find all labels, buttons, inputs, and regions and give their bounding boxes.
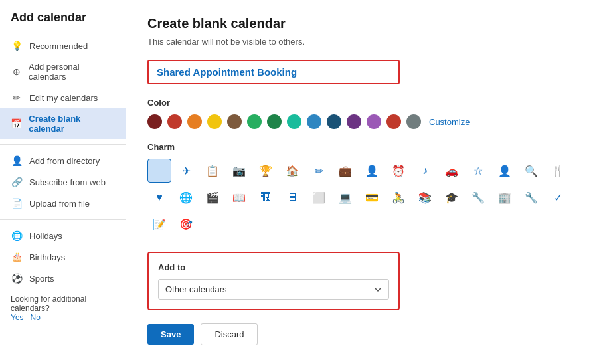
sidebar-label-recommended: Recommended (29, 41, 88, 51)
charm-graduation[interactable]: 🎓 (440, 185, 464, 209)
color-dot-orange[interactable] (187, 114, 202, 129)
charm-office[interactable]: 🏢 (493, 185, 517, 209)
charm-label: Charm (147, 142, 578, 152)
charm-film[interactable]: 🎬 (201, 185, 224, 209)
color-dot-dark-purple[interactable] (347, 114, 361, 129)
sidebar-item-recommended[interactable]: 💡 Recommended (0, 35, 126, 56)
page-title: Create blank calendar (147, 16, 578, 31)
charm-car[interactable]: 🚗 (440, 159, 464, 183)
charm-wrench[interactable]: 🔧 (466, 185, 490, 209)
charm-trophy[interactable]: 🏆 (254, 159, 278, 183)
add-to-box: Add to Other calendars My calendars (147, 252, 400, 310)
action-buttons: Save Discard (147, 323, 578, 345)
globe-icon-2: 🌐 (11, 230, 23, 241)
sidebar: Add calendar 💡 Recommended ⊕ Add persona… (0, 0, 126, 364)
sidebar-item-edit-my[interactable]: ✏ Edit my calendars (0, 87, 126, 108)
color-dot-purple[interactable] (367, 114, 381, 129)
charm-star[interactable]: ☆ (466, 159, 490, 183)
footer-text: Looking for additional calendars? (11, 294, 86, 313)
sidebar-label-add-personal: Add personal calendars (29, 62, 115, 82)
sidebar-item-add-personal[interactable]: ⊕ Add personal calendars (0, 56, 126, 87)
charm-target[interactable]: 🎯 (174, 212, 198, 236)
calendar-name-input[interactable] (147, 60, 400, 84)
lightbulb-icon: 💡 (11, 41, 23, 51)
add-to-dropdown[interactable]: Other calendars My calendars (158, 279, 389, 300)
charm-grid: ✈ 📋 📷 🏆 🏠 ✏ 💼 👤 ⏰ ♪ 🚗 ☆ 👤 🔍 🍴 ♥ 🌐 🎬 📖 🏗 … (147, 159, 578, 236)
charm-pencil[interactable]: ✏ (307, 159, 331, 183)
charm-building[interactable]: 🏗 (254, 185, 278, 209)
sidebar-label-holidays: Holidays (29, 231, 62, 241)
color-dot-gray[interactable] (406, 114, 421, 129)
sports-icon: ⚽ (11, 273, 23, 284)
sidebar-label-upload-file: Upload from file (29, 199, 90, 209)
color-dot-red[interactable] (167, 114, 182, 129)
sidebar-title: Add calendar (0, 11, 126, 35)
charm-square[interactable]: ⬜ (307, 185, 331, 209)
color-dot-blue[interactable] (307, 114, 321, 129)
customize-link[interactable]: Customize (429, 117, 470, 127)
color-dot-pink-red[interactable] (386, 114, 401, 129)
subtitle: This calendar will not be visible to oth… (147, 37, 578, 46)
discard-button[interactable]: Discard (201, 323, 258, 345)
charm-home[interactable]: 🏠 (280, 159, 304, 183)
charm-person2[interactable]: 👤 (493, 159, 517, 183)
color-dot-dark-blue[interactable] (327, 114, 341, 129)
color-dot-brown[interactable] (227, 114, 242, 129)
charm-clock[interactable]: ⏰ (386, 159, 410, 183)
charm-check[interactable]: ✓ (546, 185, 570, 209)
charm-person[interactable]: 👤 (360, 159, 384, 183)
charm-card[interactable]: 💳 (360, 185, 384, 209)
color-picker-row: Customize (147, 114, 578, 129)
charm-music[interactable]: ♪ (413, 159, 437, 183)
charm-briefcase[interactable]: 💼 (333, 159, 357, 183)
charm-notepad[interactable]: 📝 (147, 212, 171, 236)
charm-books[interactable]: 📚 (413, 185, 437, 209)
color-dot-maroon[interactable] (147, 114, 162, 129)
sidebar-label-birthdays: Birthdays (29, 252, 65, 262)
charm-laptop[interactable]: 💻 (333, 185, 357, 209)
file-icon: 📄 (11, 198, 23, 209)
add-to-label: Add to (158, 262, 389, 272)
sidebar-item-upload-file[interactable]: 📄 Upload from file (0, 193, 126, 214)
save-button[interactable]: Save (147, 324, 194, 345)
sidebar-label-sports: Sports (29, 274, 54, 284)
color-dot-yellow[interactable] (207, 114, 222, 129)
charm-fork[interactable]: 🍴 (546, 159, 570, 183)
charm-blank[interactable] (147, 159, 171, 183)
sidebar-label-add-directory: Add from directory (29, 156, 100, 166)
person-icon: 👤 (11, 155, 23, 166)
charm-monitor[interactable]: 🖥 (280, 185, 304, 209)
sidebar-label-edit-my: Edit my calendars (29, 93, 98, 103)
add-icon: ⊕ (11, 66, 22, 77)
charm-globe[interactable]: 🌐 (174, 185, 198, 209)
calendar-icon: 📅 (11, 118, 22, 129)
charm-camera[interactable]: 📷 (227, 159, 251, 183)
edit-icon: ✏ (11, 92, 23, 103)
sidebar-label-create-blank: Create blank calendar (29, 114, 115, 134)
sidebar-item-subscribe-web[interactable]: 🔗 Subscribe from web (0, 171, 126, 193)
footer-yes-link[interactable]: Yes (11, 313, 24, 322)
charm-clipboard[interactable]: 📋 (201, 159, 224, 183)
sidebar-label-subscribe-web: Subscribe from web (29, 177, 106, 187)
sidebar-item-add-directory[interactable]: 👤 Add from directory (0, 150, 126, 171)
charm-bike[interactable]: 🚴 (386, 185, 410, 209)
sidebar-item-holidays[interactable]: 🌐 Holidays (0, 225, 126, 246)
main-content: Create blank calendar This calendar will… (126, 0, 599, 364)
sidebar-item-birthdays[interactable]: 🎂 Birthdays (0, 246, 126, 268)
sidebar-divider-1 (0, 144, 126, 145)
charm-plane[interactable]: ✈ (174, 159, 198, 183)
sidebar-divider-2 (0, 219, 126, 220)
footer-no-link[interactable]: No (31, 313, 41, 322)
sidebar-footer: Looking for additional calendars? Yes No (0, 289, 126, 327)
birthday-icon: 🎂 (11, 252, 23, 262)
color-dot-dark-green[interactable] (267, 114, 282, 129)
color-dot-light-green[interactable] (247, 114, 262, 129)
charm-search[interactable]: 🔍 (519, 159, 543, 183)
sidebar-item-create-blank[interactable]: 📅 Create blank calendar (0, 108, 126, 139)
sidebar-item-sports[interactable]: ⚽ Sports (0, 268, 126, 289)
charm-heart[interactable]: ♥ (147, 185, 171, 209)
globe-icon: 🔗 (11, 177, 23, 187)
charm-book[interactable]: 📖 (227, 185, 251, 209)
color-dot-teal[interactable] (287, 114, 301, 129)
charm-tool[interactable]: 🔧 (519, 185, 543, 209)
